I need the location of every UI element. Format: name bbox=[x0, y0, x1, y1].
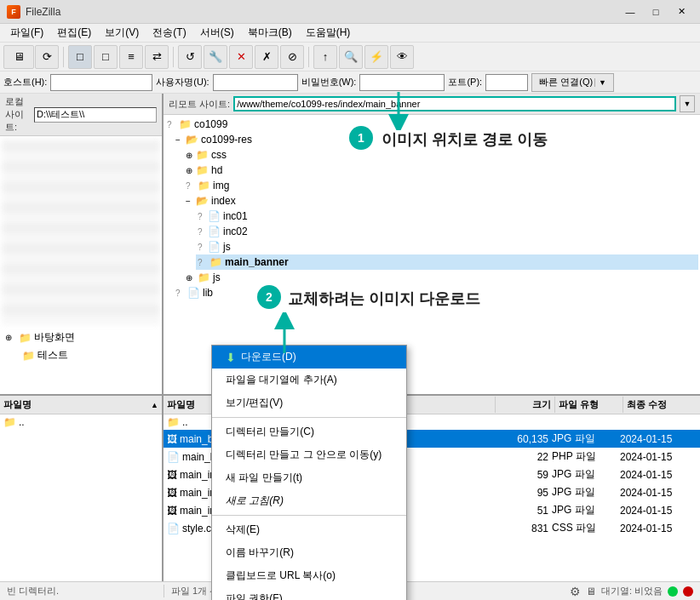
remote-path-input[interactable] bbox=[233, 96, 676, 111]
addressbar: 호스트(H): 사용자명(U): 비밀번호(W): 포트(P): 빠른 연결(Q… bbox=[0, 71, 700, 94]
ctx-delete[interactable]: 삭제(E) bbox=[212, 518, 406, 541]
tb-view-local[interactable]: □ bbox=[68, 45, 92, 69]
host-input[interactable] bbox=[50, 74, 152, 91]
remote-tree-img[interactable]: ? 📁 img bbox=[184, 178, 698, 193]
menu-view[interactable]: 보기(V) bbox=[98, 24, 146, 42]
tb-site-manager[interactable]: 🖥 bbox=[3, 45, 34, 69]
ctx-rename[interactable]: 이름 바꾸기(R) bbox=[212, 541, 406, 564]
tb-reconnect[interactable]: ↺ bbox=[178, 45, 202, 69]
port-label: 포트(P): bbox=[448, 76, 482, 89]
menu-bookmark[interactable]: 북마크(B) bbox=[241, 24, 299, 42]
remote-tree-inc02[interactable]: ? 📄 inc02 bbox=[196, 224, 698, 239]
local-pane: 로컬 사이트: ⊕ 📁 바탕화면 📁 테스트 bbox=[0, 94, 164, 394]
tb-cancel[interactable]: ✕ bbox=[229, 45, 253, 69]
annotation-bubble-2: 2 bbox=[257, 285, 281, 309]
menu-server[interactable]: 서버(S) bbox=[193, 24, 241, 42]
tb-speed[interactable]: ⚡ bbox=[364, 45, 388, 69]
local-tree-item-test[interactable]: 📁 테스트 bbox=[9, 346, 160, 364]
ctx-sep2 bbox=[212, 515, 406, 516]
local-file-header: 파일명 ▲ bbox=[0, 396, 162, 414]
user-input[interactable] bbox=[213, 74, 298, 91]
toolbar: 🖥 ⟳ □ □ ≡ ⇄ ↺ 🔧 ✕ ✗ ⊘ ↑ 🔍 ⚡ 👁 bbox=[0, 43, 700, 71]
menu-edit[interactable]: 편집(E) bbox=[50, 24, 98, 42]
annotation-bubble-1: 1 bbox=[349, 126, 373, 150]
context-menu: ⬇ 다운로드(D) 파일을 대기열에 추가(A) 보기/편집(V) 디렉터리 만… bbox=[211, 345, 407, 600]
close-button[interactable]: ✕ bbox=[669, 3, 693, 20]
titlebar: F FileZilla — □ ✕ bbox=[0, 0, 700, 24]
local-filename-col[interactable]: 파일명 bbox=[3, 398, 151, 411]
local-header-arrow: ▲ bbox=[151, 401, 158, 409]
tb-compare[interactable]: 👁 bbox=[390, 45, 414, 69]
annotation-arrow-1 bbox=[382, 92, 416, 130]
pass-input[interactable] bbox=[359, 74, 445, 91]
port-input[interactable] bbox=[485, 74, 528, 91]
remote-path-dropdown-btn[interactable]: ▼ bbox=[680, 95, 695, 112]
minimize-button[interactable]: — bbox=[618, 3, 642, 20]
remote-tree-js-sub[interactable]: ? 📄 js bbox=[196, 239, 698, 254]
user-label: 사용자명(U): bbox=[156, 76, 209, 89]
tb-view-log[interactable]: ≡ bbox=[119, 45, 143, 69]
menu-file[interactable]: 파일(F) bbox=[3, 24, 50, 42]
status-icon: 🖥 bbox=[586, 586, 596, 597]
tb-view-remote[interactable]: □ bbox=[94, 45, 118, 69]
local-tree: ⊕ 📁 바탕화면 📁 테스트 bbox=[0, 136, 162, 394]
download-icon: ⬇ bbox=[226, 351, 236, 364]
status-dot-red bbox=[683, 586, 693, 597]
remote-site-label: 리모트 사이트: bbox=[169, 98, 230, 111]
menubar: 파일(F) 편집(E) 보기(V) 전송(T) 서버(S) 북마크(B) 도움말… bbox=[0, 24, 700, 43]
remote-tree-js-top[interactable]: ⊕ 📁 js bbox=[184, 270, 698, 285]
annotation-arrow-2 bbox=[267, 312, 301, 355]
local-pane-header: 로컬 사이트: bbox=[0, 94, 162, 136]
quick-connect-dropdown[interactable]: ▼ bbox=[594, 78, 606, 87]
local-tree-item-desktop[interactable]: ⊕ 📁 바탕화면 bbox=[2, 329, 160, 346]
remote-tree-hd[interactable]: ⊕ 📁 hd bbox=[184, 163, 698, 178]
ctx-permissions[interactable]: 파일 권한(F)... bbox=[212, 587, 406, 600]
tb-up[interactable]: ↑ bbox=[313, 45, 337, 69]
remote-tree-main-banner[interactable]: ? 📁 main_banner bbox=[196, 254, 698, 270]
ctx-make-dir[interactable]: 디렉터리 만들기(C) bbox=[212, 420, 406, 443]
annotation-text-2: 교체하려는 이미지 다운로드 bbox=[288, 289, 480, 309]
tb-filter[interactable]: 🔧 bbox=[204, 45, 227, 69]
annotation-text-1: 이미지 위치로 경로 이동 bbox=[382, 129, 548, 150]
titlebar-title: FileZilla bbox=[26, 6, 60, 18]
menu-help[interactable]: 도움말(H) bbox=[299, 24, 358, 42]
ctx-make-dir-enter[interactable]: 디렉터리 만들고 그 안으로 이동(y) bbox=[212, 443, 406, 466]
settings-icon[interactable]: ⚙ bbox=[570, 585, 581, 598]
tb-refresh[interactable]: ⟳ bbox=[35, 45, 59, 69]
ctx-copy-url[interactable]: 클립보드로 URL 복사(o) bbox=[212, 564, 406, 587]
local-file-list: 파일명 ▲ 📁 .. bbox=[0, 396, 164, 581]
tb-cancel2[interactable]: ✗ bbox=[255, 45, 278, 69]
toolbar-group1: 🖥 ⟳ bbox=[3, 45, 59, 69]
tb-search[interactable]: 🔍 bbox=[339, 45, 363, 69]
remote-col-modified[interactable]: 최종 수정 bbox=[623, 397, 700, 413]
ctx-download[interactable]: ⬇ 다운로드(D) bbox=[212, 346, 406, 369]
status-dot-green bbox=[668, 586, 678, 597]
remote-tree-inc01[interactable]: ? 📄 inc01 bbox=[196, 209, 698, 224]
local-files: 📁 .. bbox=[0, 414, 162, 581]
local-status: 빈 디렉터리. bbox=[7, 585, 164, 597]
host-label: 호스트(H): bbox=[3, 76, 47, 89]
local-file-dotdot[interactable]: 📁 .. bbox=[0, 414, 162, 430]
maximize-button[interactable]: □ bbox=[644, 3, 668, 20]
tb-sync[interactable]: ⇄ bbox=[145, 45, 169, 69]
ctx-new-file[interactable]: 새 파일 만들기(t) bbox=[212, 466, 406, 489]
ctx-view-edit[interactable]: 보기/편집(V) bbox=[212, 391, 406, 414]
remote-col-size[interactable]: 크기 bbox=[496, 397, 555, 413]
remote-col-type[interactable]: 파일 유형 bbox=[555, 397, 623, 413]
quick-connect-button[interactable]: 빠른 연결(Q) ▼ bbox=[531, 73, 614, 92]
remote-pane-header: 리모트 사이트: ▼ bbox=[164, 94, 700, 115]
tb-cancel3[interactable]: ⊘ bbox=[280, 45, 304, 69]
queue-status: 대기열: 비었음 bbox=[601, 585, 663, 597]
local-path-input[interactable] bbox=[34, 107, 157, 123]
pass-label: 비밀번호(W): bbox=[301, 76, 357, 89]
statusbar-right: ⚙ 🖥 대기열: 비었음 bbox=[570, 585, 693, 598]
menu-transfer[interactable]: 전송(T) bbox=[146, 24, 192, 42]
app-logo: F bbox=[7, 5, 20, 19]
ctx-add-to-queue[interactable]: 파일을 대기열에 추가(A) bbox=[212, 369, 406, 391]
local-site-label: 로컬 사이트: bbox=[5, 95, 31, 134]
remote-tree-index[interactable]: − 📂 index bbox=[184, 193, 698, 209]
ctx-refresh[interactable]: 새로 고침(R) bbox=[212, 489, 406, 512]
ctx-sep1 bbox=[212, 417, 406, 418]
